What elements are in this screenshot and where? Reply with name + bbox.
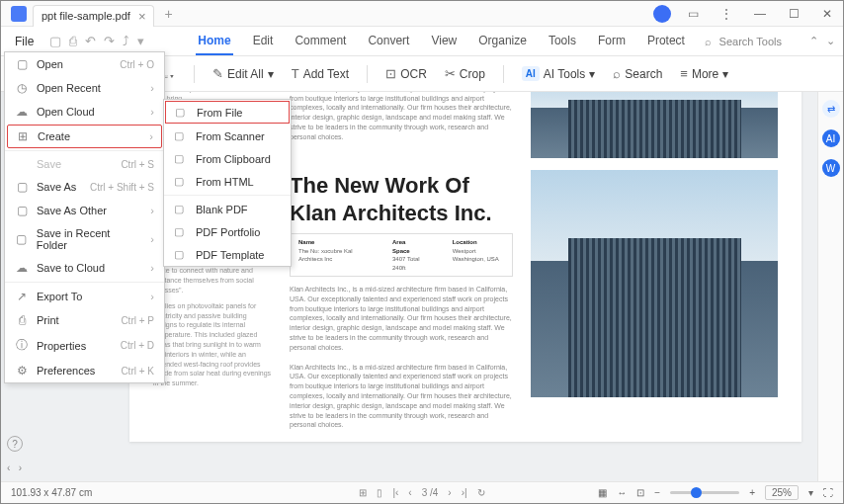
save-icon[interactable]: ▢ <box>49 34 61 48</box>
tab-convert[interactable]: Convert <box>366 28 411 55</box>
next-page-icon[interactable]: › <box>448 487 451 498</box>
fullscreen-icon[interactable]: ⛶ <box>823 487 833 498</box>
new-tab-button[interactable]: + <box>164 6 172 22</box>
file-menu-save-as-other[interactable]: ▢Save As Other› <box>5 199 164 222</box>
menu-item-icon: ☁ <box>15 261 29 275</box>
tab-form[interactable]: Form <box>596 28 628 55</box>
tab-organize[interactable]: Organize <box>476 28 529 55</box>
file-menu-export-to[interactable]: ↗Export To› <box>5 285 164 308</box>
titlebar: ppt file-sample.pdf × + ▭ ⋮ — ☐ ✕ <box>1 1 843 27</box>
view-mode-icon[interactable]: ⊞ <box>359 487 367 498</box>
file-menu-preferences[interactable]: ⚙PreferencesCtrl + K <box>5 359 164 382</box>
first-page-icon[interactable]: |‹ <box>392 487 398 498</box>
menu-item-icon: ▢ <box>15 232 29 246</box>
right-sidebar: ⇄ AI W <box>817 92 843 481</box>
redo-icon[interactable]: ↷ <box>104 34 115 48</box>
menu-item-icon: ◷ <box>15 81 29 95</box>
tab-view[interactable]: View <box>429 28 459 55</box>
menu-item-icon: ↗ <box>15 290 29 303</box>
ocr-button[interactable]: ⊡OCR <box>385 66 427 81</box>
scroll-arrows[interactable]: ‹ › <box>7 462 22 473</box>
tab-comment[interactable]: Comment <box>293 28 348 55</box>
page-indicator[interactable]: 3 /4 <box>422 487 439 498</box>
menu-item-icon: ⚙ <box>15 364 29 378</box>
file-menu-button[interactable]: File <box>9 31 40 52</box>
menu-item-icon: ▢ <box>174 248 188 261</box>
share-panel-icon[interactable]: ⇄ <box>822 100 840 118</box>
create-blank-pdf[interactable]: ▢Blank PDF <box>164 198 291 220</box>
edit-all-button[interactable]: ✎Edit All▾ <box>212 66 274 81</box>
statusbar: 101.93 x 47.87 cm ⊞ ▯ |‹ ‹ 3 /4 › ›| ↻ ▦… <box>1 481 843 503</box>
fit-page-icon[interactable]: ⊡ <box>636 487 644 498</box>
zoom-slider[interactable] <box>670 491 739 494</box>
zoom-out-icon[interactable]: − <box>654 487 660 498</box>
file-menu-save-to-cloud[interactable]: ☁Save to Cloud› <box>5 256 164 280</box>
doc-title: The New Work Of <box>290 174 513 198</box>
search-button[interactable]: ⌕Search <box>613 66 662 81</box>
doc-paragraph: Klan Architects Inc., is a mid-sized arc… <box>290 285 513 353</box>
create-submenu: ▢From File▢From Scanner▢From Clipboard▢F… <box>163 99 292 267</box>
user-avatar-icon[interactable] <box>653 5 671 23</box>
word-panel-icon[interactable]: W <box>822 159 840 177</box>
file-menu-print[interactable]: ⎙PrintCtrl + P <box>5 308 164 332</box>
menu-item-icon: ☁ <box>15 105 29 119</box>
window-panel-icon[interactable]: ▭ <box>681 4 705 24</box>
zoom-value[interactable]: 25% <box>765 485 799 500</box>
add-text-button[interactable]: TAdd Text <box>292 66 349 81</box>
create-from-html[interactable]: ▢From HTML <box>164 170 291 193</box>
single-page-icon[interactable]: ▯ <box>377 487 382 498</box>
submenu-arrow-icon: › <box>150 291 154 302</box>
window-more-icon[interactable]: ⋮ <box>715 4 738 24</box>
tab-edit[interactable]: Edit <box>251 28 276 55</box>
file-menu-open[interactable]: ▢OpenCtrl + O <box>5 52 164 76</box>
document-tab[interactable]: ppt file-sample.pdf × <box>33 5 154 27</box>
create-pdf-portfolio[interactable]: ▢PDF Portfolio <box>164 220 291 243</box>
menu-item-icon: ▢ <box>15 180 29 194</box>
tab-tools[interactable]: Tools <box>547 28 578 55</box>
zoom-dropdown-icon[interactable]: ▾ <box>808 487 813 498</box>
ai-panel-icon[interactable]: AI <box>822 129 840 147</box>
file-menu-save-in-recent-folder[interactable]: ▢Save in Recent Folder› <box>5 222 164 256</box>
fit-width-icon[interactable]: ↔ <box>617 487 627 498</box>
print-icon[interactable]: ⎙ <box>69 34 77 48</box>
file-menu-save-as[interactable]: ▢Save AsCtrl + Shift + S <box>5 175 164 199</box>
close-window-button[interactable]: ✕ <box>815 4 839 24</box>
expand-icon[interactable]: ⌄ <box>826 35 835 47</box>
menu-item-icon: ▢ <box>174 152 188 165</box>
doc-info-table: NameThe Nu: xocubre Kal Architecs Inc Ar… <box>290 233 513 277</box>
search-tools-label[interactable]: Search Tools <box>719 36 782 47</box>
zoom-in-icon[interactable]: + <box>749 487 755 498</box>
ai-tools-button[interactable]: AIAI Tools▾ <box>522 66 595 81</box>
menu-item-icon: ▢ <box>175 106 189 119</box>
file-menu-create[interactable]: ⊞Create› <box>7 125 162 148</box>
menu-item-icon: ▢ <box>174 203 188 215</box>
rotate-icon[interactable]: ↻ <box>477 487 485 498</box>
file-menu-save: SaveCtrl + S <box>5 153 164 175</box>
file-menu-properties[interactable]: ⓘPropertiesCtrl + D <box>5 332 164 359</box>
prev-page-icon[interactable]: ‹ <box>408 487 411 498</box>
dropdown-icon[interactable]: ▾ <box>137 34 144 48</box>
thumbnails-icon[interactable]: ▦ <box>598 487 607 498</box>
crop-button[interactable]: ✂Crop <box>445 66 485 81</box>
tab-protect[interactable]: Protect <box>645 28 687 55</box>
close-tab-icon[interactable]: × <box>138 9 146 24</box>
create-pdf-template[interactable]: ▢PDF Template <box>164 243 291 266</box>
help-icon[interactable]: ? <box>7 436 23 452</box>
create-from-clipboard[interactable]: ▢From Clipboard <box>164 147 291 170</box>
doc-paragraph: Klan Architects Inc., is a mid-sized arc… <box>290 92 513 142</box>
tab-home[interactable]: Home <box>196 28 232 55</box>
file-menu-open-recent[interactable]: ◷Open Recent› <box>5 76 164 100</box>
undo-icon[interactable]: ↶ <box>85 34 96 48</box>
last-page-icon[interactable]: ›| <box>462 487 467 498</box>
file-menu-open-cloud[interactable]: ☁Open Cloud› <box>5 100 164 124</box>
create-from-scanner[interactable]: ▢From Scanner <box>164 125 291 147</box>
more-button[interactable]: ≡More▾ <box>680 66 728 81</box>
share-icon[interactable]: ⤴ <box>123 34 129 48</box>
collapse-icon[interactable]: ⌃ <box>809 35 818 47</box>
doc-side-text: It relies on photovoltaic panels for ele… <box>153 301 272 388</box>
menu-item-icon: ▢ <box>174 175 188 188</box>
maximize-button[interactable]: ☐ <box>782 4 805 24</box>
minimize-button[interactable]: — <box>748 4 772 24</box>
create-from-file[interactable]: ▢From File <box>165 101 290 124</box>
submenu-arrow-icon: › <box>150 82 154 94</box>
